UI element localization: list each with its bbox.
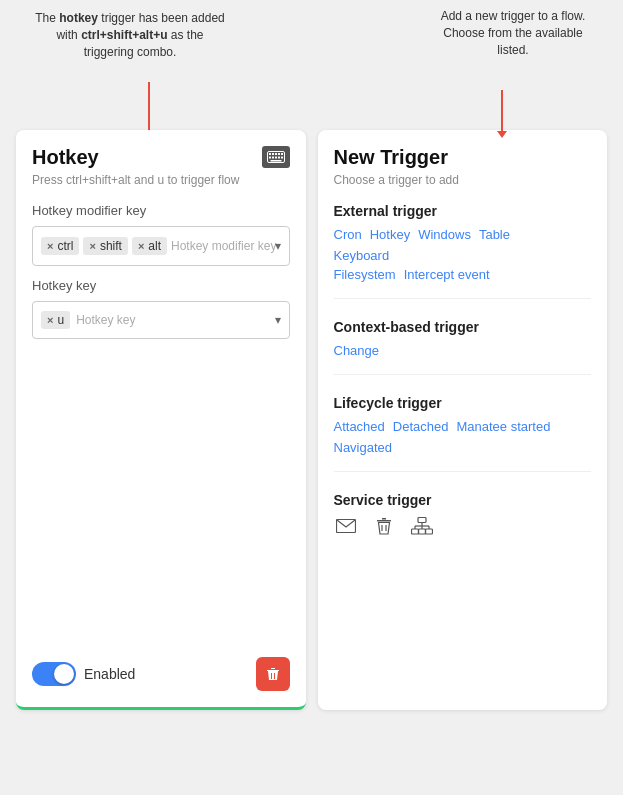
alt-remove-icon[interactable]: × — [138, 240, 144, 252]
context-trigger-section: Context-based trigger Change — [334, 319, 592, 375]
u-remove-icon[interactable]: × — [47, 314, 53, 326]
card-left-footer: Enabled — [32, 637, 290, 691]
trigger-link-table[interactable]: Table — [479, 227, 510, 242]
svg-rect-5 — [281, 153, 283, 155]
modifier-tag-input[interactable]: × ctrl × shift × alt Hotkey modifier key — [32, 226, 290, 266]
hotkey-key-tag[interactable]: × u — [41, 311, 70, 329]
trigger-link-attached[interactable]: Attached — [334, 419, 385, 434]
modifier-section-label: Hotkey modifier key — [32, 203, 290, 218]
svg-rect-22 — [411, 529, 418, 534]
new-trigger-title: New Trigger — [334, 146, 448, 169]
svg-rect-10 — [281, 157, 283, 159]
hotkey-card-subtitle: Press ctrl+shift+alt and u to trigger fl… — [32, 173, 290, 187]
trigger-link-hotkey[interactable]: Hotkey — [370, 227, 410, 242]
trigger-link-windows[interactable]: Windows — [418, 227, 471, 242]
trigger-link-filesystem[interactable]: Filesystem — [334, 267, 396, 282]
trigger-link-keyboard[interactable]: Keyboard — [334, 248, 584, 263]
svg-rect-23 — [418, 529, 425, 534]
svg-rect-2 — [272, 153, 274, 155]
email-service-icon[interactable] — [334, 516, 358, 536]
trash-service-icon[interactable] — [372, 516, 396, 536]
ctrl-tag-label: ctrl — [57, 239, 73, 253]
trigger-link-cron[interactable]: Cron — [334, 227, 362, 242]
modifier-tag-shift[interactable]: × shift — [83, 237, 127, 255]
arrow-left-icon — [148, 82, 150, 132]
svg-rect-11 — [270, 160, 281, 162]
keyboard-icon — [262, 146, 290, 168]
new-trigger-subtitle: Choose a trigger to add — [334, 173, 592, 187]
svg-rect-6 — [269, 157, 271, 159]
trigger-link-detached[interactable]: Detached — [393, 419, 449, 434]
modifier-tag-alt[interactable]: × alt — [132, 237, 167, 255]
svg-rect-16 — [418, 518, 426, 523]
trash-icon — [265, 666, 281, 682]
svg-rect-7 — [272, 157, 274, 159]
svg-rect-1 — [269, 153, 271, 155]
trigger-link-intercept-event[interactable]: Intercept event — [404, 267, 490, 282]
context-trigger-links: Change — [334, 343, 592, 358]
service-trigger-section: Service trigger — [334, 492, 592, 552]
ctrl-remove-icon[interactable]: × — [47, 240, 53, 252]
svg-rect-9 — [278, 157, 280, 159]
annotation-combo-bold: ctrl+shift+alt+u — [81, 28, 167, 42]
main-container: Hotkey Press ctrl+shift+alt — [0, 0, 623, 730]
annotation-left: The hotkey trigger has been added with c… — [30, 10, 230, 60]
new-trigger-card: New Trigger Choose a trigger to add Exte… — [318, 130, 608, 710]
external-trigger-title: External trigger — [334, 203, 592, 219]
hotkey-card: Hotkey Press ctrl+shift+alt — [16, 130, 306, 710]
modifier-tag-ctrl[interactable]: × ctrl — [41, 237, 79, 255]
new-trigger-header: New Trigger — [334, 146, 592, 169]
shift-remove-icon[interactable]: × — [89, 240, 95, 252]
toggle-knob — [54, 664, 74, 684]
external-trigger-section: External trigger Cron Hotkey Windows Tab… — [334, 203, 592, 299]
lifecycle-trigger-title: Lifecycle trigger — [334, 395, 592, 411]
enabled-label: Enabled — [84, 666, 135, 682]
shift-tag-label: shift — [100, 239, 122, 253]
hotkey-key-placeholder: Hotkey key — [76, 313, 135, 327]
key-section-label: Hotkey key — [32, 278, 290, 293]
context-trigger-title: Context-based trigger — [334, 319, 592, 335]
alt-tag-label: alt — [148, 239, 161, 253]
svg-rect-8 — [275, 157, 277, 159]
network-service-icon[interactable] — [410, 516, 434, 536]
arrow-right-icon — [501, 90, 503, 132]
enabled-toggle[interactable] — [32, 662, 76, 686]
lifecycle-trigger-section: Lifecycle trigger Attached Detached Mana… — [334, 395, 592, 472]
lifecycle-trigger-links: Attached Detached Manatee started Naviga… — [334, 419, 592, 455]
trigger-link-navigated[interactable]: Navigated — [334, 440, 584, 455]
hotkey-card-header: Hotkey — [32, 146, 290, 169]
hotkey-card-title: Hotkey — [32, 146, 99, 169]
svg-rect-3 — [275, 153, 277, 155]
service-trigger-icons — [334, 516, 592, 536]
annotation-right: Add a new trigger to a flow. Choose from… — [433, 8, 593, 58]
svg-rect-24 — [425, 529, 432, 534]
enabled-toggle-wrapper: Enabled — [32, 662, 135, 686]
u-tag-label: u — [57, 313, 64, 327]
trigger-link-manatee-started[interactable]: Manatee started — [456, 419, 550, 434]
hotkey-key-input[interactable]: × u Hotkey key — [32, 301, 290, 339]
svg-rect-4 — [278, 153, 280, 155]
trigger-link-change[interactable]: Change — [334, 343, 380, 358]
annotation-hotkey-bold: hotkey — [59, 11, 98, 25]
external-trigger-links: Cron Hotkey Windows Table Keyboard Files… — [334, 227, 592, 282]
svg-rect-13 — [377, 520, 391, 522]
service-trigger-title: Service trigger — [334, 492, 592, 508]
delete-button[interactable] — [256, 657, 290, 691]
modifier-placeholder: Hotkey modifier key — [171, 239, 276, 253]
